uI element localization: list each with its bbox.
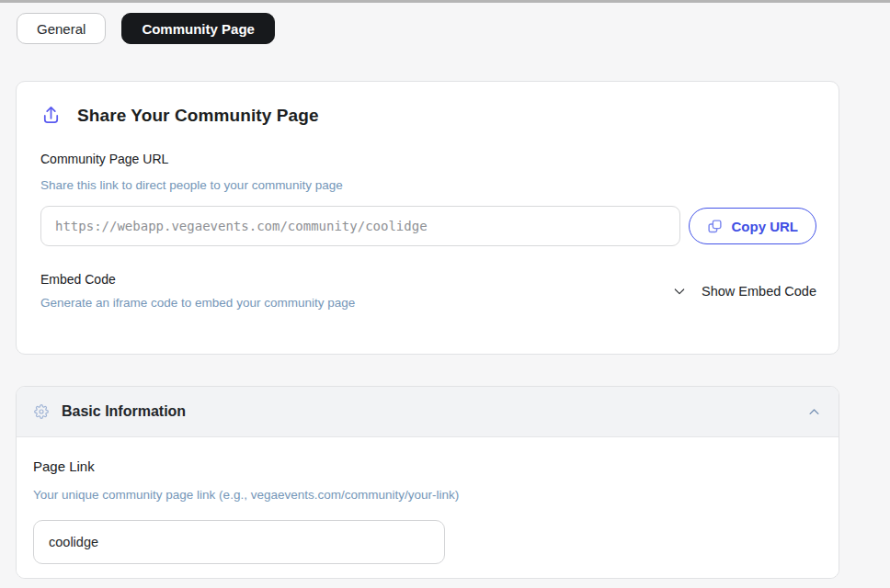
page-link-label: Page Link — [33, 458, 822, 474]
community-page-url-helper: Share this link to direct people to your… — [40, 178, 816, 192]
copy-icon — [707, 219, 723, 234]
upload-icon — [40, 105, 62, 126]
community-page-url-input[interactable] — [40, 206, 680, 246]
copy-url-label: Copy URL — [732, 219, 799, 234]
gear-icon — [34, 404, 49, 419]
basic-information-body: Page Link Your unique community page lin… — [17, 437, 839, 578]
chevron-down-icon — [672, 284, 687, 299]
community-page-url-label: Community Page URL — [40, 152, 816, 166]
tab-community-page[interactable]: Community Page — [121, 13, 275, 44]
page-link-input[interactable] — [33, 520, 445, 564]
tab-general[interactable]: General — [17, 13, 106, 44]
show-embed-code-button[interactable]: Show Embed Code — [672, 284, 816, 299]
basic-information-header[interactable]: Basic Information — [17, 387, 839, 437]
basic-information-title: Basic Information — [62, 403, 186, 420]
basic-information-card: Basic Information Page Link Your unique … — [16, 386, 839, 579]
show-embed-code-label: Show Embed Code — [702, 284, 816, 299]
embed-code-label: Embed Code — [40, 272, 355, 287]
tab-bar: General Community Page — [0, 3, 890, 44]
url-input-row: Copy URL — [40, 206, 816, 246]
page-link-helper: Your unique community page link (e.g., v… — [33, 488, 822, 502]
embed-code-text: Embed Code Generate an iframe code to em… — [40, 272, 355, 310]
chevron-up-icon[interactable] — [807, 405, 821, 419]
settings-page: General Community Page Share Your Commun… — [0, 0, 890, 588]
embed-code-row: Embed Code Generate an iframe code to em… — [40, 272, 816, 310]
copy-url-button[interactable]: Copy URL — [689, 208, 817, 244]
share-community-page-card: Share Your Community Page Community Page… — [16, 81, 839, 355]
share-card-header: Share Your Community Page — [40, 105, 816, 126]
embed-code-helper: Generate an iframe code to embed your co… — [40, 296, 355, 310]
share-card-title: Share Your Community Page — [77, 106, 319, 126]
